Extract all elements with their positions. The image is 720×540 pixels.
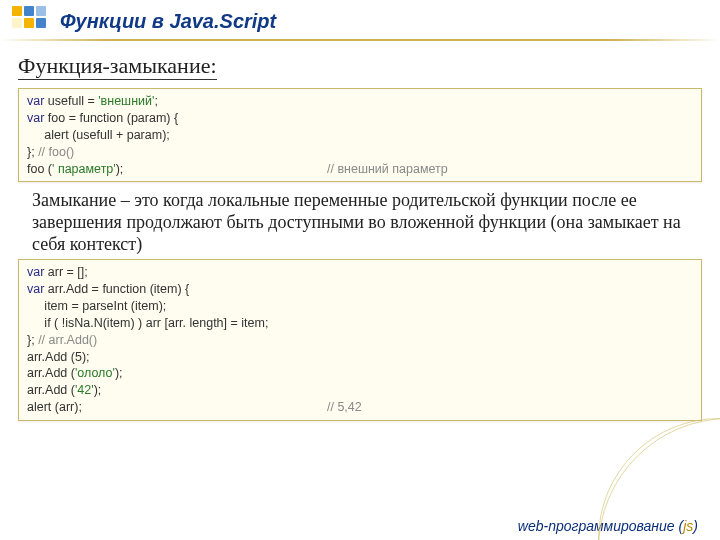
code-text: arr.Add = function (item) { <box>44 282 189 296</box>
code-text: }; <box>27 333 38 347</box>
code-comment: // 5,42 <box>327 399 362 416</box>
code-text: arr.Add ( <box>27 366 75 380</box>
code-text: arr.Add (5); <box>27 349 693 366</box>
section-subtitle: Функция-замыкание: <box>18 53 217 80</box>
code-text: alert (arr); <box>27 399 327 416</box>
code-block-1: var usefull = 'внешний'; var foo = funct… <box>18 88 702 182</box>
code-text: ; <box>154 94 157 108</box>
code-literal: 'внешний' <box>98 94 154 108</box>
logo-icon <box>12 6 52 28</box>
code-literal: '42' <box>75 383 94 397</box>
code-text: ); <box>116 162 124 176</box>
code-keyword: var <box>27 111 44 125</box>
slide: Функции в Java.Script Функция-замыкание:… <box>0 0 720 540</box>
code-block-2: var arr = []; var arr.Add = function (it… <box>18 259 702 421</box>
code-comment: // foo() <box>38 145 74 159</box>
code-keyword: var <box>27 282 44 296</box>
code-text: alert (usefull + param); <box>27 127 693 144</box>
code-text: foo ( <box>27 162 52 176</box>
code-comment: // внешний параметр <box>327 161 448 178</box>
code-text: item = parseInt (item); <box>27 298 693 315</box>
code-text: arr.Add ( <box>27 383 75 397</box>
code-text: if ( !isNa.N(item) ) arr [arr. length] =… <box>27 315 693 332</box>
code-text: usefull = <box>44 94 98 108</box>
title-underline <box>0 39 720 41</box>
code-comment: // arr.Add() <box>38 333 97 347</box>
code-literal: ' параметр' <box>52 162 116 176</box>
code-text: arr = []; <box>44 265 87 279</box>
header: Функции в Java.Script <box>0 0 720 45</box>
code-text: ); <box>115 366 123 380</box>
code-text: foo = function (param) { <box>44 111 178 125</box>
code-literal: 'ололо' <box>75 366 115 380</box>
explanation-paragraph: Замыкание – это когда локальные переменн… <box>32 190 696 255</box>
code-text: ); <box>94 383 102 397</box>
page-title: Функции в Java.Script <box>0 10 720 33</box>
code-text: }; <box>27 145 38 159</box>
code-keyword: var <box>27 94 44 108</box>
code-keyword: var <box>27 265 44 279</box>
